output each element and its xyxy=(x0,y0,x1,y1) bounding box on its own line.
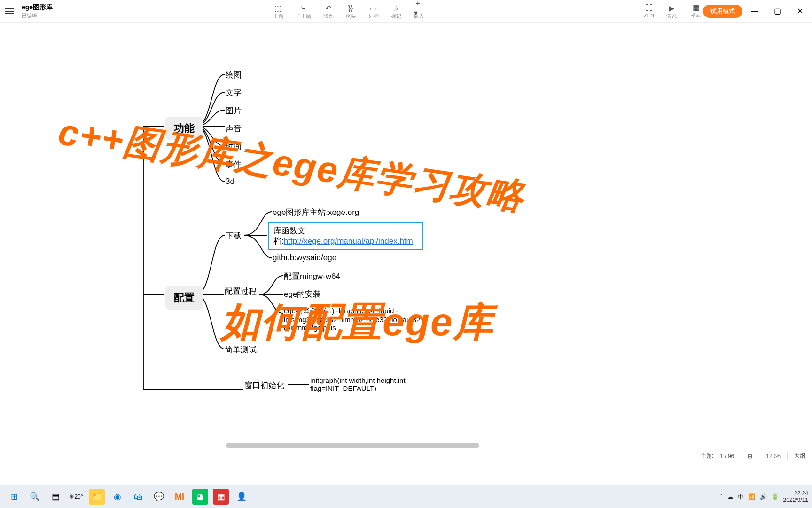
doc-title: ege图形库 xyxy=(22,3,53,12)
status-bar: 主题: 1 / 96 ⊞ 120% 大纲 xyxy=(0,449,812,463)
app2-icon[interactable]: 👤 xyxy=(234,489,250,505)
node-sound[interactable]: 声音 xyxy=(226,123,242,134)
toolbar-center: ⬚主题 ⤷子主题 ↶联系 }⟩概要 ▭外框 ☆标记 ＋▾插入 xyxy=(273,2,424,20)
topic-icon: ⬚ xyxy=(273,4,283,12)
tray-cloud-icon[interactable]: ☁ xyxy=(727,493,733,500)
horizontal-scrollbar[interactable] xyxy=(226,443,479,448)
search-icon[interactable]: 🔍 xyxy=(27,489,43,505)
map-icon[interactable]: ⊞ xyxy=(748,453,752,460)
doc-title-block: ege图形库 已编辑 xyxy=(22,3,53,19)
trial-button[interactable]: 试用模式 xyxy=(703,5,742,18)
tool-present[interactable]: ▶演说 xyxy=(666,4,677,20)
windows-taskbar: ⊞ 🔍 ▤ ☀20° 📁 ◉ 🛍 💬 MI ◕ ▦ 👤 ˄ ☁ 中 📶 🔊 🔋 … xyxy=(0,485,812,508)
boundary-icon: ▭ xyxy=(369,4,378,12)
node-text[interactable]: 文字 xyxy=(226,87,242,98)
system-tray: ˄ ☁ 中 📶 🔊 🔋 22:24 2022/9/11 xyxy=(720,490,808,503)
zen-icon: ⛶ xyxy=(644,4,654,12)
start-button[interactable]: ⊞ xyxy=(6,489,22,505)
menu-button[interactable] xyxy=(0,2,19,21)
node-github[interactable]: github:wysaid/ege xyxy=(273,253,336,262)
taskview-icon[interactable]: ▤ xyxy=(47,489,63,505)
node-install[interactable]: ege的安装 xyxy=(284,289,321,300)
tool-summary[interactable]: }⟩概要 xyxy=(346,4,356,20)
tool-format[interactable]: ▦格式 xyxy=(691,3,701,19)
node-process[interactable]: 配置过程 xyxy=(225,286,257,297)
tool-subtopic[interactable]: ⤷子主题 xyxy=(296,4,311,20)
text-caret xyxy=(414,238,414,246)
format-icon: ▦ xyxy=(691,3,701,11)
tool-topic[interactable]: ⬚主题 xyxy=(273,4,283,20)
mindmap-canvas[interactable]: 功能 绘图 文字 图片 声音 时间 事件 3d 配置 下载 ege图形库主站:x… xyxy=(0,23,812,485)
toolbar-right: ⛶ZEN ▶演说 xyxy=(644,2,677,20)
node-wininit[interactable]: 窗口初始化 xyxy=(244,380,284,391)
titlebar: ege图形库 已编辑 ⬚主题 ⤷子主题 ↶联系 }⟩概要 ▭外框 ☆标记 ＋▾插… xyxy=(0,0,812,23)
window-close[interactable]: ✕ xyxy=(789,3,810,20)
node-draw[interactable]: 绘图 xyxy=(226,70,242,80)
tool-zen[interactable]: ⛶ZEN xyxy=(644,4,654,18)
insert-icon: ＋▾ xyxy=(414,4,423,12)
tray-clock[interactable]: 22:24 2022/9/11 xyxy=(783,490,808,503)
store-icon[interactable]: 🛍 xyxy=(130,489,146,505)
status-topic-value: 1 / 96 xyxy=(720,453,734,460)
wechat-icon[interactable]: ◕ xyxy=(192,489,208,505)
status-outline[interactable]: 大纲 xyxy=(794,452,805,460)
status-zoom[interactable]: 120% xyxy=(766,453,781,460)
edit-link[interactable]: http://xege.org/manual/api/index.htm xyxy=(284,237,413,246)
toolbar-end: ▦格式 试用模式 — ▢ ✕ xyxy=(691,3,812,20)
node-func[interactable]: 功能 xyxy=(165,117,203,140)
doc-subtitle: 已编辑 xyxy=(22,12,53,19)
node-compile[interactable]: ege编译命令(...) -lgraphics64 -luuid -lmsimg… xyxy=(284,307,425,332)
separator xyxy=(787,452,788,460)
subtopic-icon: ⤷ xyxy=(298,4,308,12)
relation-icon: ↶ xyxy=(324,4,333,12)
chat-icon[interactable]: 💬 xyxy=(151,489,167,505)
node-event[interactable]: 事件 xyxy=(226,159,242,170)
tray-volume-icon[interactable]: 🔊 xyxy=(760,493,767,500)
node-mainsite[interactable]: ege图形库主站:xege.org xyxy=(273,207,359,218)
explorer-icon[interactable]: 📁 xyxy=(89,489,105,505)
tray-wifi-icon[interactable]: 📶 xyxy=(748,493,755,500)
tool-boundary[interactable]: ▭外框 xyxy=(368,4,379,20)
node-time[interactable]: 时间 xyxy=(226,141,242,152)
node-test[interactable]: 简单测试 xyxy=(225,344,257,355)
summary-icon: }⟩ xyxy=(346,4,356,12)
overlay-title-1: c++图形库之ege库学习攻略 xyxy=(55,108,528,222)
node-editing-api-doc[interactable]: 库函数文档:http://xege.org/manual/api/index.h… xyxy=(268,222,423,250)
tool-relation[interactable]: ↶联系 xyxy=(323,4,334,20)
separator xyxy=(759,452,759,460)
edge-layer xyxy=(0,23,812,485)
mi-icon[interactable]: MI xyxy=(172,489,187,505)
node-image[interactable]: 图片 xyxy=(226,105,242,116)
weather-widget[interactable]: ☀20° xyxy=(68,489,84,505)
edge-icon[interactable]: ◉ xyxy=(109,489,125,505)
present-icon: ▶ xyxy=(667,4,676,12)
node-config[interactable]: 配置 xyxy=(165,286,203,310)
window-minimize[interactable]: — xyxy=(744,3,765,20)
window-maximize[interactable]: ▢ xyxy=(767,3,788,20)
tool-insert[interactable]: ＋▾插入 xyxy=(414,4,424,20)
tray-chevron-icon[interactable]: ˄ xyxy=(720,493,723,500)
tray-ime[interactable]: 中 xyxy=(738,493,743,501)
node-3d[interactable]: 3d xyxy=(226,177,234,186)
app1-icon[interactable]: ▦ xyxy=(213,489,229,505)
node-mingw[interactable]: 配置mingw-w64 xyxy=(284,271,340,282)
separator xyxy=(741,452,741,460)
tray-battery-icon[interactable]: 🔋 xyxy=(772,493,779,500)
tool-marker[interactable]: ☆标记 xyxy=(391,4,401,20)
status-topic-label: 主题: xyxy=(701,452,713,460)
node-download[interactable]: 下载 xyxy=(226,230,242,241)
marker-icon: ☆ xyxy=(391,4,401,12)
node-initgraph[interactable]: initgraph(int width,int height,int flag=… xyxy=(310,376,461,392)
